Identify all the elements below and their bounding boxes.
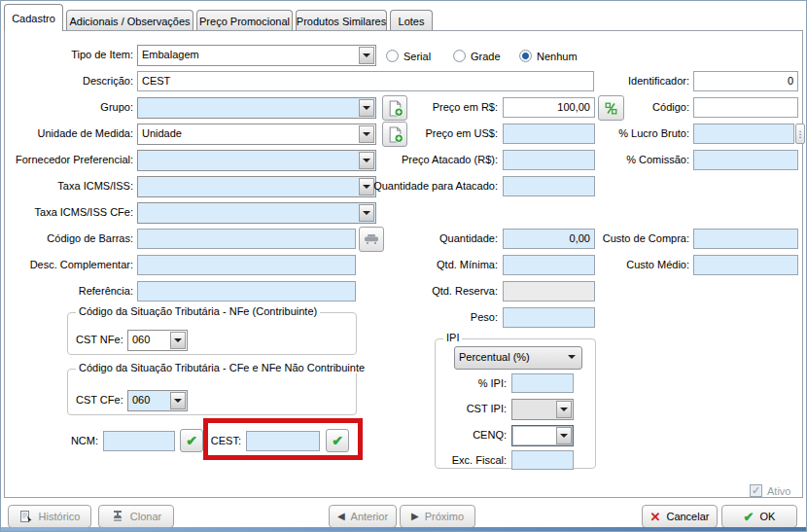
previous-arrow-icon: ◀ bbox=[337, 512, 345, 521]
product-registration-window: Cadastro Adicionais / Observações Preço … bbox=[0, 0, 807, 532]
lucro-bruto-input[interactable] bbox=[693, 124, 794, 144]
codigo-label: Código: bbox=[545, 101, 689, 113]
radio-nenhum[interactable] bbox=[519, 50, 532, 62]
ipi-tipo-combobox[interactable]: Percentual (%) bbox=[454, 346, 582, 370]
cst-nfe-group-title: Código da Situação Tributária - NFe (Con… bbox=[76, 305, 320, 317]
custo-medio-label: Custo Médio: bbox=[545, 259, 689, 270]
ipi-cenq-label: CENQ: bbox=[435, 429, 507, 441]
historico-button-label: Histórico bbox=[39, 511, 81, 522]
descricao-label: Descrição: bbox=[1, 75, 133, 87]
dropdown-arrow-icon[interactable] bbox=[556, 427, 572, 444]
desc-complementar-input[interactable] bbox=[137, 255, 356, 275]
preco-rs-label: Preço em R$: bbox=[341, 101, 498, 113]
fornecedor-label: Fornecedor Preferencial: bbox=[1, 154, 133, 165]
cest-highlight-box bbox=[203, 418, 363, 460]
qtd-minima-label: Qtd. Mínima: bbox=[341, 259, 498, 270]
cst-nfe-combobox[interactable]: 060 bbox=[127, 330, 188, 351]
descricao-input[interactable]: CEST bbox=[137, 71, 594, 91]
radio-serial[interactable] bbox=[386, 50, 399, 62]
radio-grade[interactable] bbox=[453, 50, 466, 62]
cancelar-button[interactable]: ✕ Cancelar bbox=[642, 505, 718, 528]
cod-barras-input[interactable] bbox=[137, 229, 356, 249]
identificador-input[interactable]: 0 bbox=[693, 71, 798, 91]
lucro-bruto-label: % Lucro Bruto: bbox=[545, 127, 689, 139]
tab-label: Preço Promocional bbox=[199, 16, 290, 27]
unidade-medida-value: Unidade bbox=[142, 127, 182, 139]
tipo-item-combobox[interactable]: Embalagem bbox=[137, 45, 376, 66]
ipi-pct-input[interactable] bbox=[511, 373, 574, 393]
window-bottom-border bbox=[1, 527, 806, 531]
tab-produtos-similares[interactable]: Produtos Similares bbox=[296, 10, 387, 31]
ipi-exc-input[interactable] bbox=[511, 450, 574, 470]
cst-cfe-combobox[interactable]: 060 bbox=[127, 390, 188, 411]
taxa-icms-label: Taxa ICMS/ISS: bbox=[1, 180, 133, 192]
cst-cfe-group-title: Código da Situação Tributária - CFe e NF… bbox=[76, 362, 368, 373]
comissao-input[interactable] bbox=[693, 150, 798, 170]
cancel-x-icon: ✕ bbox=[650, 511, 661, 523]
custo-compra-label: Custo de Compra: bbox=[545, 232, 689, 244]
tab-label: Produtos Similares bbox=[297, 16, 386, 27]
tipo-item-label: Tipo de Item: bbox=[1, 49, 133, 60]
radio-grade-label: Grade bbox=[471, 51, 501, 62]
unidade-medida-label: Unidade de Medida: bbox=[1, 127, 133, 139]
proximo-button[interactable]: ▶ Próximo bbox=[400, 505, 475, 528]
ipi-pct-label: % IPI: bbox=[435, 377, 507, 389]
referencia-label: Referência: bbox=[1, 285, 133, 297]
peso-input[interactable] bbox=[503, 307, 595, 328]
taxa-icms-cfe-combobox[interactable] bbox=[137, 202, 376, 224]
custo-compra-input[interactable] bbox=[693, 229, 798, 249]
tab-preco-promocional[interactable]: Preço Promocional bbox=[196, 10, 293, 31]
taxa-icms-cfe-label: Taxa ICMS/ISS CFe: bbox=[1, 206, 133, 218]
clonar-button-label: Clonar bbox=[130, 511, 161, 522]
ok-check-icon: ✔ bbox=[744, 511, 754, 523]
historico-button[interactable]: Histórico bbox=[8, 505, 91, 528]
quantidade-label: Quantidade: bbox=[341, 232, 498, 244]
preco-atacado-label: Preço Atacado (R$): bbox=[341, 154, 498, 165]
dropdown-arrow-icon[interactable] bbox=[170, 332, 186, 349]
ipi-cst-combobox[interactable] bbox=[511, 399, 574, 420]
referencia-input[interactable] bbox=[137, 281, 356, 301]
qtd-reserva-label: Qtd. Reserva: bbox=[341, 285, 498, 297]
dropdown-arrow-icon[interactable] bbox=[170, 392, 186, 409]
ipi-group-title: IPI bbox=[443, 332, 462, 343]
cst-cfe-groupbox: Código da Situação Tributária - CFe e NF… bbox=[67, 369, 357, 415]
cod-barras-label: Código de Barras: bbox=[1, 232, 133, 244]
codigo-input[interactable] bbox=[693, 97, 798, 118]
tab-cadastro[interactable]: Cadastro bbox=[4, 4, 63, 31]
cst-nfe-label: CST NFe: bbox=[76, 334, 123, 345]
clonar-button[interactable]: Clonar bbox=[98, 505, 174, 528]
ativo-checkbox[interactable]: ✓ bbox=[750, 484, 762, 497]
ncm-label: NCM: bbox=[40, 435, 98, 446]
custo-medio-input[interactable] bbox=[693, 255, 798, 275]
proximo-button-label: Próximo bbox=[425, 511, 464, 522]
tab-lotes[interactable]: Lotes bbox=[390, 10, 433, 31]
ipi-exc-label: Exc. Fiscal: bbox=[435, 454, 507, 466]
qtd-atacado-label: Quantidade para Atacado: bbox=[341, 180, 498, 192]
lucro-bruto-expand-button[interactable] bbox=[795, 124, 805, 144]
qtd-reserva-input bbox=[503, 281, 595, 301]
dropdown-arrow-icon[interactable] bbox=[359, 47, 374, 64]
preco-us-label: Preço em US$: bbox=[341, 127, 498, 139]
ok-button[interactable]: ✔ OK bbox=[721, 505, 797, 528]
qtd-atacado-input[interactable] bbox=[503, 176, 595, 196]
dropdown-arrow-icon[interactable] bbox=[359, 204, 374, 222]
tipo-item-value: Embalagem bbox=[142, 49, 199, 60]
checkmark-icon: ✓ bbox=[752, 484, 760, 496]
tab-label: Lotes bbox=[399, 16, 425, 27]
anterior-button[interactable]: ◀ Anterior bbox=[329, 505, 397, 528]
ok-button-label: OK bbox=[760, 511, 776, 522]
clone-clamp-icon bbox=[111, 510, 124, 523]
ipi-cenq-combobox[interactable] bbox=[511, 425, 574, 446]
ncm-input[interactable] bbox=[103, 431, 175, 451]
peso-label: Peso: bbox=[341, 311, 498, 323]
next-arrow-icon: ▶ bbox=[411, 512, 419, 521]
comissao-label: % Comissão: bbox=[545, 154, 689, 165]
dropdown-arrow-icon[interactable] bbox=[556, 401, 572, 418]
anterior-button-label: Anterior bbox=[351, 511, 389, 522]
dropdown-arrow-icon[interactable] bbox=[565, 349, 580, 367]
tab-adicionais-observacoes[interactable]: Adicionais / Observações bbox=[66, 10, 193, 31]
cst-cfe-value: 060 bbox=[132, 394, 150, 406]
desc-complementar-label: Desc. Complementar: bbox=[1, 259, 133, 270]
cst-cfe-label: CST CFe: bbox=[76, 394, 123, 406]
tab-label: Cadastro bbox=[12, 13, 55, 24]
